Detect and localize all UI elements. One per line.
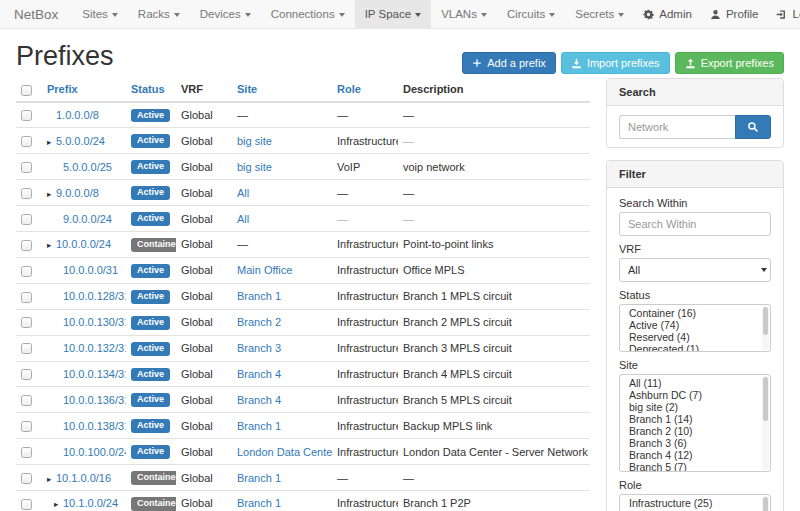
row-checkbox[interactable] [21,343,32,354]
column-header-site[interactable]: Site [232,78,332,102]
site-link[interactable]: Branch 1 [237,420,281,432]
nav-item-sites[interactable]: Sites [72,0,128,28]
vrf-value: Global [181,161,213,173]
listbox-option[interactable]: Infrastructure (25) [620,497,770,509]
nav-item-log-out[interactable]: Log out [767,0,800,28]
row-checkbox[interactable] [21,266,32,277]
site-link[interactable]: big site [237,161,272,173]
button-label: Export prefixes [701,57,774,69]
prefix-link[interactable]: 10.0.0.134/31 [63,368,126,380]
prefix-link[interactable]: 9.0.0.0/24 [63,213,112,225]
nav-item-devices[interactable]: Devices [190,0,261,28]
site-link[interactable]: London Data Center [237,446,332,458]
expand-caret-icon: ▸ [47,189,56,199]
scrollbar[interactable] [762,496,769,511]
site-link[interactable]: Branch 1 [237,472,281,484]
status-listbox[interactable]: Container (16)Active (74)Reserved (4)Dep… [619,304,771,352]
row-checkbox[interactable] [21,240,32,251]
listbox-option[interactable]: big site (2) [620,401,770,413]
column-header-prefix[interactable]: Prefix [42,78,126,102]
select-all-checkbox[interactable] [21,85,32,96]
site-link[interactable]: Main Office [237,264,292,276]
nav-item-racks[interactable]: Racks [128,0,190,28]
listbox-option[interactable]: Container (16) [620,307,770,319]
vrf-select[interactable]: All [619,258,771,282]
prefix-link[interactable]: 5.0.0.0/25 [63,161,112,173]
prefix-link[interactable]: 10.1.0.0/24 [63,497,118,509]
listbox-option[interactable]: Deprecated (1) [620,343,770,352]
prefix-link[interactable]: 10.0.0.138/31 [63,420,126,432]
row-checkbox[interactable] [21,395,32,406]
prefix-link[interactable]: 10.0.100.0/24 [63,446,126,458]
row-checkbox[interactable] [21,162,32,173]
export-prefixes-button[interactable]: Export prefixes [675,52,784,74]
site-link[interactable]: Branch 4 [237,368,281,380]
row-checkbox[interactable] [21,421,32,432]
site-link[interactable]: Branch 1 [237,497,281,509]
nav-item-vlans[interactable]: VLANs [431,0,497,28]
role-listbox[interactable]: Infrastructure (25)Management (8)Private… [619,494,771,511]
prefix-link[interactable]: 5.0.0.0/24 [56,135,105,147]
nav-item-secrets[interactable]: Secrets [565,0,634,28]
prefix-link[interactable]: 10.0.0.132/31 [63,342,126,354]
site-link[interactable]: big site [237,135,272,147]
row-checkbox[interactable] [21,110,32,121]
row-checkbox[interactable] [21,369,32,380]
scrollbar[interactable] [762,376,769,470]
import-prefixes-button[interactable]: Import prefixes [561,52,670,74]
site-link[interactable]: All [237,213,249,225]
prefix-link[interactable]: 10.1.0.0/16 [56,472,111,484]
listbox-option[interactable]: Branch 4 (12) [620,449,770,461]
search-input[interactable] [619,115,735,139]
row-checkbox[interactable] [21,473,32,484]
listbox-option[interactable]: Branch 2 (10) [620,425,770,437]
nav-item-profile[interactable]: Profile [701,0,768,28]
listbox-option[interactable]: Branch 1 (14) [620,413,770,425]
prefix-link[interactable]: 1.0.0.0/8 [56,109,99,121]
listbox-option[interactable]: Branch 5 (7) [620,461,770,472]
add-a-prefix-button[interactable]: Add a prefix [462,52,556,74]
scrollbar[interactable] [762,306,769,350]
role-value: — [337,472,348,484]
row-checkbox[interactable] [21,136,32,147]
role-value: Infrastructure [337,342,398,354]
site-link[interactable]: Branch 4 [237,394,281,406]
site-link[interactable]: Branch 3 [237,342,281,354]
prefix-link[interactable]: 10.0.0.130/31 [63,316,126,328]
column-header-role[interactable]: Role [332,78,398,102]
site-link[interactable]: All [237,187,249,199]
row-checkbox[interactable] [21,447,32,458]
prefix-link[interactable]: 10.0.0.0/24 [56,238,111,250]
prefix-link[interactable]: 10.0.0.0/31 [63,264,118,276]
listbox-option[interactable]: All (11) [620,377,770,389]
row-checkbox[interactable] [21,214,32,225]
vrf-value: Global [181,290,213,302]
site-link[interactable]: Branch 2 [237,316,281,328]
nav-item-connections[interactable]: Connections [261,0,355,28]
prefix-link[interactable]: 10.0.0.128/31 [63,290,126,302]
prefix-link[interactable]: 10.0.0.136/31 [63,394,126,406]
site-link[interactable]: Branch 1 [237,290,281,302]
listbox-option[interactable]: Branch 3 (6) [620,437,770,449]
listbox-option[interactable]: Reserved (4) [620,331,770,343]
search-button[interactable] [735,115,771,139]
nav-item-circuits[interactable]: Circuits [497,0,565,28]
nav-item-ip-space[interactable]: IP Space [355,0,431,28]
row-checkbox[interactable] [21,292,32,303]
listbox-option[interactable]: Active (74) [620,319,770,331]
logout-icon [776,9,787,20]
prefix-link[interactable]: 9.0.0.0/8 [56,187,99,199]
expand-caret-icon: ▸ [54,499,63,509]
search-within-input[interactable] [619,212,771,236]
row-checkbox[interactable] [21,317,32,328]
row-checkbox[interactable] [21,499,32,510]
column-header-status[interactable]: Status [126,78,176,102]
vrf-value: Global [181,497,213,509]
row-checkbox[interactable] [21,188,32,199]
chevron-down-icon [618,13,624,17]
plus-icon [472,58,482,68]
brand-logo[interactable]: NetBox [14,0,72,28]
nav-item-admin[interactable]: Admin [634,0,701,28]
listbox-option[interactable]: Ashburn DC (7) [620,389,770,401]
site-listbox[interactable]: All (11)Ashburn DC (7)big site (2)Branch… [619,374,771,472]
